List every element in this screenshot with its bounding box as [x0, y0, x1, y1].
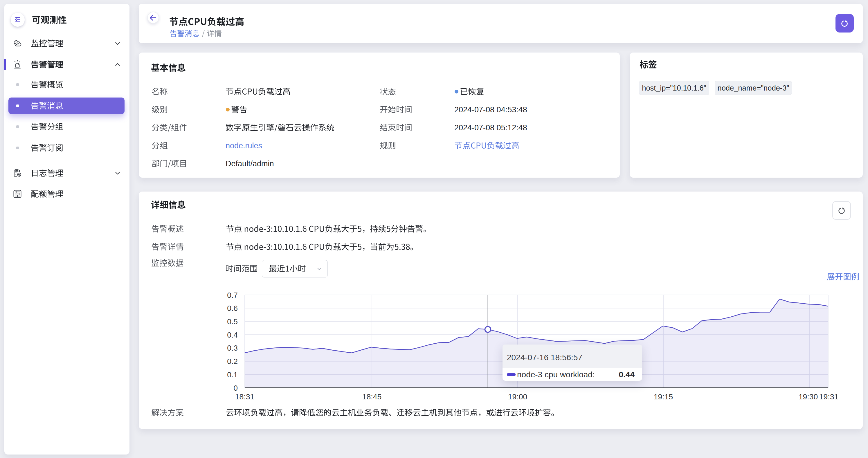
- svg-text:19:31: 19:31: [819, 392, 838, 401]
- svg-text:19:15: 19:15: [654, 392, 673, 401]
- svg-text:0.4: 0.4: [227, 331, 238, 339]
- svg-text:18:45: 18:45: [362, 392, 381, 401]
- svg-text:0.5: 0.5: [227, 317, 238, 326]
- svg-text:19:30: 19:30: [799, 392, 818, 401]
- svg-text:0.6: 0.6: [227, 304, 238, 313]
- svg-text:0: 0: [234, 384, 238, 392]
- svg-text:0.7: 0.7: [227, 291, 238, 299]
- svg-text:19:00: 19:00: [508, 392, 527, 401]
- svg-text:0.2: 0.2: [227, 357, 238, 366]
- svg-text:0.3: 0.3: [227, 344, 238, 352]
- svg-text:18:31: 18:31: [235, 392, 254, 401]
- svg-text:0.1: 0.1: [227, 370, 238, 379]
